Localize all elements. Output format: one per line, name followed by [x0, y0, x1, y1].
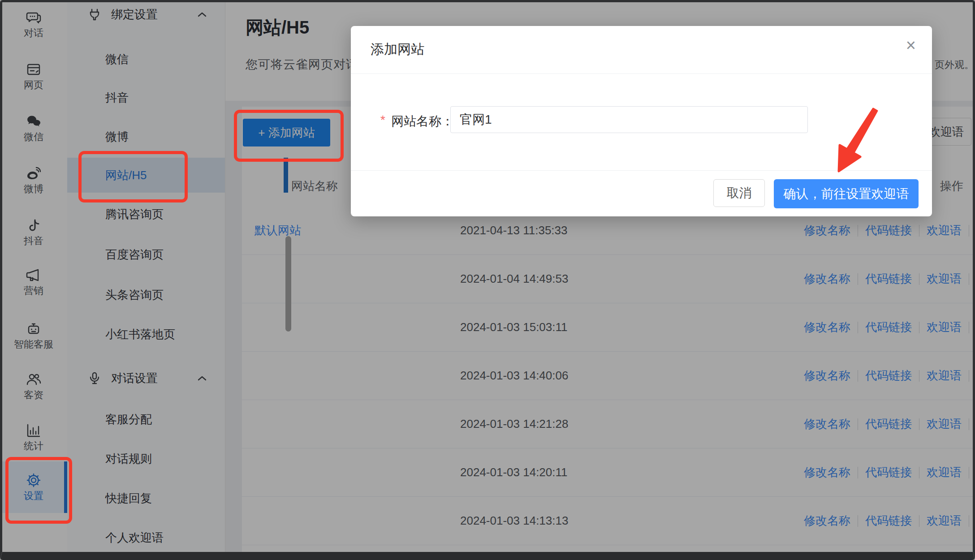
confirm-button[interactable]: 确认，前往设置欢迎语 [774, 179, 919, 208]
add-website-modal: 添加网站 × * 网站名称： 取消 确认，前往设置欢迎语 [351, 26, 932, 216]
close-icon[interactable]: × [906, 37, 916, 54]
cancel-button[interactable]: 取消 [713, 179, 765, 207]
modal-title: 添加网站 [371, 40, 424, 59]
modal-footer-divider [351, 170, 932, 171]
website-name-label: 网站名称： [391, 113, 454, 130]
modal-header-divider [351, 73, 932, 74]
app-window: 对话 网页 微信 微博 抖音 营销 智能客服 客资 [0, 0, 975, 560]
website-name-input[interactable] [450, 106, 808, 133]
required-asterisk: * [380, 113, 385, 127]
